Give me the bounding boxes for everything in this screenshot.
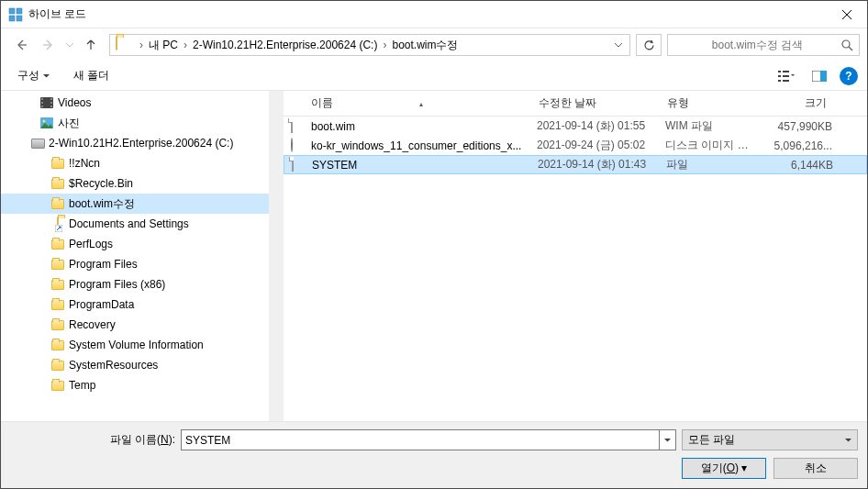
breadcrumb: › 내 PC › 2-Win10.21H2.Enterprise.200624 … [136, 38, 609, 53]
history-dropdown[interactable] [63, 32, 76, 58]
app-icon [8, 7, 23, 22]
file-icon [292, 158, 306, 172]
tree-label: Program Files [69, 258, 138, 271]
file-date: 2021-09-24 (금) 05:02 [537, 138, 665, 153]
tree-item[interactable]: Recovery [1, 315, 269, 335]
svg-rect-15 [41, 102, 43, 104]
search-box[interactable] [667, 34, 860, 56]
file-name: SYSTEM [312, 159, 538, 172]
tree-item[interactable]: SystemResources [1, 355, 269, 375]
tree-label: Videos [58, 96, 91, 109]
tree-label: boot.wim수정 [69, 196, 135, 212]
tree-item[interactable]: Documents and Settings [1, 214, 269, 234]
tree-label: Recovery [69, 318, 116, 331]
tree-item[interactable]: Videos [1, 93, 269, 113]
column-name[interactable]: 이름▴ [284, 95, 531, 111]
file-row[interactable]: boot.wim2021-09-14 (화) 01:55WIM 파일457,99… [284, 117, 867, 136]
svg-rect-10 [783, 80, 789, 82]
tree-label: 2-Win10.21H2.Enterprise.200624 (C:) [49, 137, 233, 150]
tree-item[interactable]: Temp [1, 375, 269, 395]
file-date: 2021-09-14 (화) 01:43 [538, 157, 666, 172]
file-row[interactable]: ko-kr_windows_11_consumer_editions_x...2… [284, 136, 867, 155]
folder-icon [50, 156, 65, 171]
filetype-select[interactable]: 모든 파일 [682, 429, 858, 450]
chevron-right-icon[interactable]: › [180, 39, 191, 51]
tree-item[interactable]: 사진 [1, 113, 269, 133]
svg-rect-6 [783, 71, 789, 72]
help-button[interactable]: ? [840, 67, 858, 85]
tree-label: SystemResources [69, 359, 158, 372]
address-bar[interactable]: › 내 PC › 2-Win10.21H2.Enterprise.200624 … [109, 34, 630, 56]
crumb-drive[interactable]: 2-Win10.21H2.Enterprise.200624 (C:) [191, 39, 379, 51]
tree-item[interactable]: !!zNcn [1, 153, 269, 173]
file-type: WIM 파일 [665, 118, 757, 134]
preview-pane-button[interactable] [807, 65, 832, 87]
organize-menu[interactable]: 구성 [10, 64, 57, 87]
folder-icon [50, 237, 65, 251]
tree-label: ProgramData [69, 298, 134, 311]
svg-rect-12 [820, 71, 827, 82]
tree-label: 사진 [58, 116, 80, 131]
titlebar: 하이브 로드 [1, 1, 867, 28]
close-button[interactable] [826, 1, 867, 28]
file-size: 5,096,216... [757, 139, 840, 152]
tree-item[interactable]: Program Files (x86) [1, 274, 269, 295]
folder-icon [50, 176, 65, 191]
navbar: › 내 PC › 2-Win10.21H2.Enterprise.200624 … [1, 28, 867, 61]
filename-dropdown[interactable] [660, 429, 676, 450]
toolbar: 구성 새 폴더 ? [1, 61, 867, 91]
tree-label: $Recycle.Bin [69, 177, 133, 190]
svg-rect-16 [41, 106, 43, 107]
window-title: 하이브 로드 [28, 6, 826, 22]
refresh-button[interactable] [636, 34, 662, 56]
folder-icon [50, 358, 65, 372]
tree-label: !!zNcn [69, 157, 100, 170]
tree-item[interactable]: $Recycle.Bin [1, 173, 269, 194]
cancel-button[interactable]: 취소 [773, 458, 858, 479]
address-dropdown[interactable] [609, 43, 628, 48]
tree-item[interactable]: boot.wim수정 [1, 194, 269, 214]
tree-item[interactable]: Program Files [1, 254, 269, 274]
chevron-right-icon[interactable]: › [379, 39, 390, 51]
tree-label: Temp [69, 379, 95, 392]
back-button[interactable] [8, 32, 34, 58]
pictures-icon [39, 116, 54, 130]
tree-item[interactable]: 2-Win10.21H2.Enterprise.200624 (C:) [1, 133, 269, 153]
column-headers: 이름▴ 수정한 날짜 유형 크기 [284, 91, 867, 117]
folder-icon [50, 338, 65, 352]
svg-rect-2 [9, 16, 15, 21]
column-type[interactable]: 유형 [660, 95, 751, 111]
svg-rect-18 [50, 102, 52, 104]
svg-rect-5 [778, 71, 781, 72]
tree-label: Documents and Settings [69, 217, 189, 230]
filename-label: 파일 이름(N): [10, 432, 175, 448]
tree-item[interactable]: System Volume Information [1, 335, 269, 355]
column-date[interactable]: 수정한 날짜 [531, 95, 660, 111]
filename-input[interactable] [181, 429, 660, 450]
file-date: 2021-09-14 (화) 01:55 [537, 118, 665, 134]
up-button[interactable] [78, 32, 104, 58]
column-size[interactable]: 크기 [751, 95, 834, 111]
file-size: 457,990KB [757, 120, 840, 133]
svg-rect-14 [41, 98, 43, 100]
search-input[interactable] [673, 39, 841, 51]
search-icon [841, 39, 853, 51]
file-list: 이름▴ 수정한 날짜 유형 크기 boot.wim2021-09-14 (화) … [284, 91, 867, 421]
tree-item[interactable]: PerfLogs [1, 234, 269, 254]
svg-rect-17 [50, 98, 52, 100]
svg-rect-7 [778, 75, 781, 77]
open-button[interactable]: 열기(O) ▾ [682, 458, 766, 479]
svg-point-21 [43, 120, 46, 123]
tree-item[interactable]: ProgramData [1, 295, 269, 315]
crumb-folder[interactable]: boot.wim수정 [390, 38, 460, 53]
file-name: boot.wim [311, 120, 537, 133]
tree-label: PerfLogs [69, 238, 113, 250]
navigation-tree[interactable]: Videos사진2-Win10.21H2.Enterprise.200624 (… [1, 91, 269, 421]
scrollbar[interactable] [269, 91, 284, 421]
view-options-button[interactable] [773, 65, 799, 87]
chevron-right-icon[interactable]: › [136, 39, 147, 51]
forward-button[interactable] [36, 32, 61, 58]
file-row[interactable]: SYSTEM2021-09-14 (화) 01:43파일6,144KB [284, 155, 867, 174]
crumb-pc[interactable]: 내 PC [147, 38, 180, 53]
new-folder-button[interactable]: 새 폴더 [66, 64, 117, 87]
